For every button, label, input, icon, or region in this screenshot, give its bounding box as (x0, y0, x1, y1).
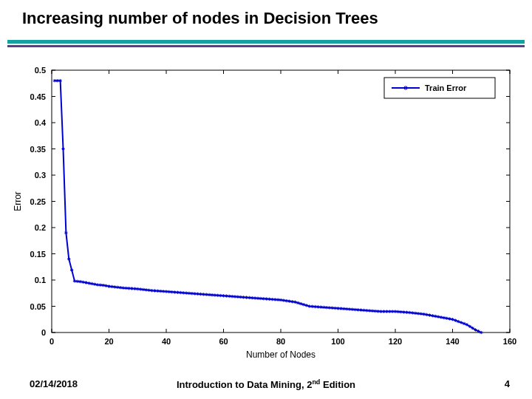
y-tick-label: 0.3 (35, 171, 46, 180)
y-tick-label: 0.15 (30, 250, 46, 259)
footer: 02/14/2018 Introduction to Data Mining, … (0, 378, 532, 393)
y-tick-label: 0.4 (35, 118, 47, 127)
y-axis-label: Error (13, 191, 23, 211)
x-tick-label: 20 (104, 337, 113, 346)
footer-page: 4 (505, 378, 510, 389)
y-tick-label: 0.2 (35, 223, 46, 232)
y-tick-label: 0.35 (30, 145, 46, 154)
y-tick-label: 0.25 (30, 197, 46, 206)
y-tick-label: 0 (41, 328, 46, 337)
x-axis-label: Number of Nodes (246, 349, 316, 360)
x-tick-label: 140 (446, 337, 459, 346)
train-error-markers (53, 79, 483, 334)
x-tick-label: 0 (50, 337, 54, 346)
y-tick-label: 0.1 (35, 276, 46, 284)
y-tick-label: 0.5 (35, 66, 46, 75)
x-tick-label: 40 (162, 337, 171, 346)
y-tick-label: 0.45 (30, 92, 46, 101)
y-tick-label: 0.05 (30, 302, 46, 311)
x-tick-label: 80 (276, 337, 285, 346)
title-rule (7, 40, 525, 47)
chart: 02040608010012014016000.050.10.150.20.25… (7, 59, 525, 369)
x-tick-label: 60 (219, 337, 228, 346)
footer-book: Introduction to Data Mining, 2nd Edition (0, 378, 532, 390)
x-tick-label: 120 (389, 337, 402, 346)
plot-box (52, 70, 510, 332)
x-tick-label: 100 (331, 337, 344, 346)
x-tick-label: 160 (503, 337, 516, 346)
slide-title: Increasing number of nodes in Decision T… (22, 9, 378, 28)
legend-label: Train Error (425, 83, 467, 92)
train-error-line (55, 81, 481, 332)
